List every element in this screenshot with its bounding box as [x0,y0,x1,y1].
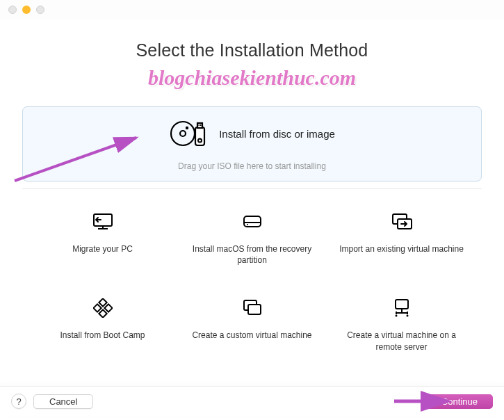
option-import-existing-vm[interactable]: Import an existing virtual machine [334,210,469,266]
option-label: Create a custom virtual machine [192,330,311,341]
disc-usb-icon [169,120,208,147]
dialog-footer: ? Cancel Continue [0,386,504,416]
help-button[interactable]: ? [11,394,26,409]
svg-rect-18 [104,305,112,312]
option-label: Migrate your PC [72,243,133,255]
migrate-pc-icon [91,210,115,234]
svg-point-28 [406,315,408,317]
svg-rect-17 [93,305,101,312]
option-install-bootcamp[interactable]: Install from Boot Camp [35,296,170,352]
option-label: Install from Boot Camp [60,330,145,341]
svg-point-27 [395,315,397,317]
svg-point-0 [171,122,195,145]
svg-point-1 [180,131,186,136]
dropzone-label: Install from disc or image [219,128,335,140]
hard-drive-icon [242,210,263,234]
svg-point-13 [247,224,248,225]
dropzone-hint: Drag your ISO file here to start install… [23,161,481,171]
option-label: Import an existing virtual machine [339,243,464,255]
continue-button[interactable]: Continue [426,394,493,409]
watermark-text: blogchiasekienthuc.com [0,66,504,90]
page-title: Select the Installation Method [0,40,504,60]
dropzone-main-row: Install from disc or image [23,120,481,147]
svg-rect-19 [99,310,106,318]
svg-rect-6 [200,124,202,126]
svg-rect-11 [244,216,261,227]
install-options-grid: Migrate your PC Install macOS from the r… [0,189,504,353]
option-label: Install macOS from the recovery partitio… [184,243,320,266]
custom-vm-icon [242,296,263,320]
window-titlebar [0,0,504,19]
option-install-macos-recovery[interactable]: Install macOS from the recovery partitio… [184,210,320,266]
option-create-remote-vm[interactable]: Create a virtual machine on a remote ser… [334,296,469,352]
import-vm-icon [390,210,414,234]
svg-rect-22 [396,300,408,309]
remote-server-icon [391,296,412,320]
svg-rect-21 [248,305,261,314]
svg-rect-5 [199,124,200,126]
cancel-button[interactable]: Cancel [33,394,93,409]
install-from-disc-dropzone[interactable]: Install from disc or image Drag your ISO… [22,106,482,181]
svg-point-2 [186,127,188,129]
svg-rect-16 [99,299,106,307]
minimize-window-button[interactable] [22,6,31,14]
option-create-custom-vm[interactable]: Create a custom virtual machine [184,296,320,352]
svg-rect-4 [197,123,202,128]
close-window-button[interactable] [8,6,17,14]
bootcamp-icon [93,296,113,320]
option-migrate-pc[interactable]: Migrate your PC [35,210,170,266]
zoom-window-button[interactable] [36,6,44,14]
option-label: Create a virtual machine on a remote ser… [334,330,469,352]
